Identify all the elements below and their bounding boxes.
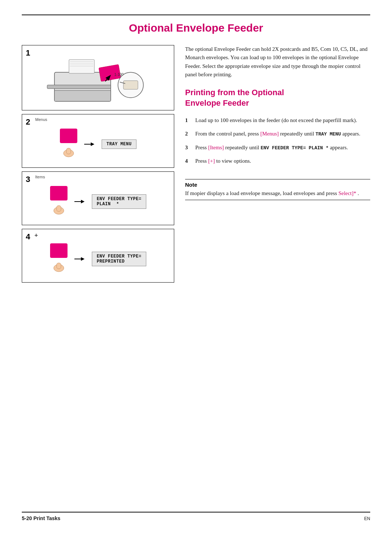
instruction-4: 4 Press [+] to view options. bbox=[185, 157, 370, 165]
intro-text: The optional Envelope Feeder can hold 2X… bbox=[185, 45, 370, 79]
env-plain-display: ENV FEEDER TYPE= PLAIN * bbox=[261, 145, 328, 151]
left-column: 1 bbox=[22, 45, 174, 504]
note-text: If mopier displays a load envelope messa… bbox=[185, 189, 370, 198]
note-section: Note If mopier displays a load envelope … bbox=[185, 179, 370, 200]
step-label-2: Menus bbox=[35, 117, 47, 122]
instr-text-1: Load up to 100 envelopes in the feeder (… bbox=[195, 116, 370, 125]
note-top-border bbox=[185, 179, 370, 179]
footer-page-info: 5-20 Print Tasks bbox=[22, 515, 60, 521]
section-title: Printing from the Optional Envelope Feed… bbox=[185, 88, 370, 111]
step-number-1: 1 bbox=[26, 48, 30, 58]
top-border bbox=[22, 15, 370, 15]
instr-num-1: 1 bbox=[185, 116, 192, 125]
right-column: The optional Envelope Feeder can hold 2X… bbox=[185, 45, 370, 504]
step-number-3: 3 bbox=[26, 175, 30, 184]
instr-text-2: From the control panel, press [Menus] re… bbox=[195, 130, 370, 138]
instr-text-3: Press [Items] repeatedly until ENV FEEDE… bbox=[195, 143, 370, 152]
select-link: Select]* bbox=[338, 190, 356, 196]
display-tray-menu: TRAY MENU bbox=[102, 139, 136, 149]
menus-link: [Menus] bbox=[260, 131, 279, 137]
svg-rect-13 bbox=[66, 148, 71, 154]
svg-rect-16 bbox=[57, 206, 61, 211]
instruction-3: 3 Press [Items] repeatedly until ENV FEE… bbox=[185, 143, 370, 152]
step-box-3: 3 Items ENV FEEDER TY bbox=[22, 171, 174, 225]
printer-svg: 1-100 bbox=[44, 56, 152, 103]
svg-rect-1 bbox=[54, 90, 111, 101]
note-bottom-border bbox=[185, 200, 370, 200]
footer-language: EN bbox=[364, 516, 370, 521]
instr-num-2: 2 bbox=[185, 130, 192, 138]
page: Optional Envelope Feeder 1 bbox=[0, 0, 392, 543]
step1-illustration: 1-100 bbox=[27, 54, 169, 105]
step-label-4: + bbox=[34, 232, 38, 239]
hand-icon-2 bbox=[60, 145, 78, 160]
instruction-1: 1 Load up to 100 envelopes in the feeder… bbox=[185, 116, 370, 125]
note-title: Note bbox=[185, 182, 370, 188]
step4-illustration: ENV FEEDER TYPE= PREPRINTED bbox=[27, 241, 169, 277]
step2-illustration: TRAY MENU bbox=[27, 126, 169, 162]
instr-num-4: 4 bbox=[185, 157, 192, 165]
svg-rect-10 bbox=[123, 81, 138, 89]
page-footer: 5-20 Print Tasks EN bbox=[22, 512, 370, 521]
step-box-4: 4 + ENV FEEDER TYPE= bbox=[22, 229, 174, 283]
step-box-2: 2 Menus bbox=[22, 114, 174, 168]
step-number-4: 4 bbox=[26, 232, 30, 242]
display-env-preprinted: ENV FEEDER TYPE= PREPRINTED bbox=[92, 252, 146, 266]
svg-rect-19 bbox=[57, 263, 61, 269]
hand-icon-3 bbox=[50, 203, 68, 217]
plus-link: [+] bbox=[208, 158, 215, 164]
display-env-plain: ENV FEEDER TYPE= PLAIN * bbox=[92, 194, 146, 209]
hand-icon-4 bbox=[50, 260, 68, 275]
items-link: [Items] bbox=[208, 145, 224, 150]
page-title: Optional Envelope Feeder bbox=[22, 22, 370, 34]
instr-text-4: Press [+] to view options. bbox=[195, 157, 370, 165]
step-label-3: Items bbox=[35, 175, 45, 179]
instr-num-3: 3 bbox=[185, 143, 192, 152]
step-number-2: 2 bbox=[26, 117, 30, 127]
instructions-list: 1 Load up to 100 envelopes in the feeder… bbox=[185, 116, 370, 170]
step3-illustration: ENV FEEDER TYPE= PLAIN * bbox=[27, 183, 169, 220]
arrow-icon-3 bbox=[74, 196, 85, 207]
content-area: 1 bbox=[22, 45, 370, 504]
tray-menu-display: TRAY MENU bbox=[315, 131, 341, 137]
arrow-icon-4 bbox=[74, 254, 85, 264]
step-box-1: 1 bbox=[22, 45, 174, 110]
arrow-icon-2 bbox=[84, 139, 95, 150]
svg-rect-2 bbox=[47, 85, 111, 89]
instruction-2: 2 From the control panel, press [Menus] … bbox=[185, 130, 370, 138]
